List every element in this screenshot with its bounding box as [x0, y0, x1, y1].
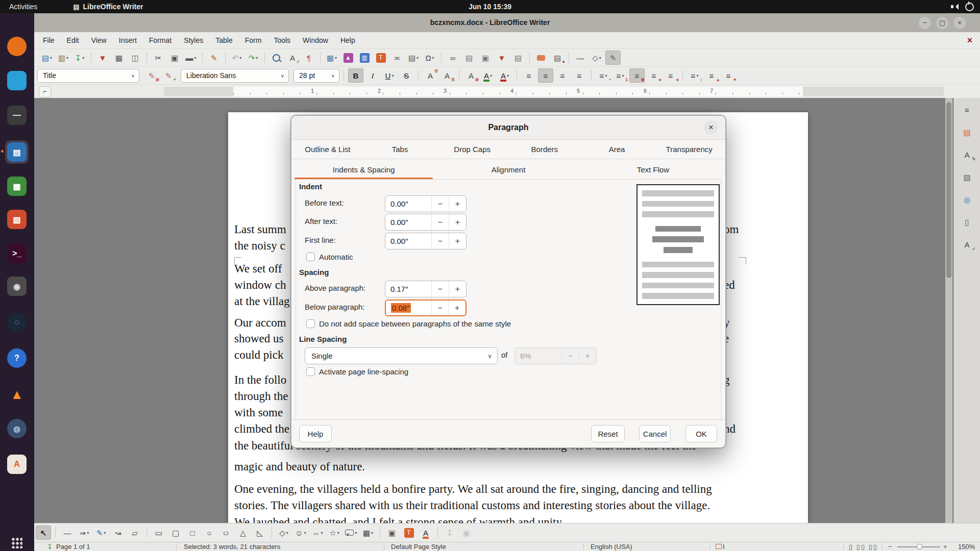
menu-file[interactable]: File — [37, 32, 61, 48]
accessibility-check-icon[interactable]: A✓ — [959, 237, 976, 252]
open-icon[interactable]: ▥▾ — [56, 51, 71, 65]
align-center-icon[interactable]: ≡ — [538, 68, 553, 83]
dock-firefox[interactable] — [5, 35, 29, 58]
reset-button[interactable]: Reset — [591, 425, 625, 442]
align-right-icon[interactable]: ≡ — [555, 68, 570, 83]
italic-icon[interactable]: I — [365, 68, 380, 83]
dialog-close-icon[interactable]: × — [704, 120, 718, 135]
after-text-decrease[interactable]: − — [431, 214, 449, 230]
below-paragraph-decrease[interactable]: − — [431, 300, 449, 315]
dialog-titlebar[interactable]: Paragraph × — [291, 116, 725, 140]
vertical-scrollbar[interactable] — [945, 98, 952, 523]
menu-table[interactable]: Table — [209, 32, 238, 48]
insert-field-icon[interactable]: ▤▾ — [406, 51, 421, 65]
numbered-list-icon[interactable]: ≡1▾ — [612, 68, 628, 83]
scrollbar-thumb[interactable] — [946, 102, 951, 278]
symbol-shapes-icon[interactable]: ☺▾ — [293, 525, 308, 540]
styles-icon[interactable]: A✎ — [959, 147, 976, 162]
increase-indent-icon[interactable]: ≡▸ — [646, 68, 662, 83]
new-document-icon-dropdown[interactable]: ▾ — [50, 56, 52, 60]
clone-formatting-icon[interactable]: ✎ — [206, 51, 222, 65]
no-space-same-style-checkbox[interactable] — [306, 319, 315, 328]
menu-edit[interactable]: Edit — [61, 32, 85, 48]
callouts-icon-dropdown[interactable]: ▾ — [355, 531, 357, 535]
dock-help[interactable]: ? — [5, 346, 29, 370]
redo-icon[interactable]: ↷▾ — [246, 51, 261, 65]
font-color-icon-dropdown[interactable]: ▾ — [490, 73, 492, 78]
tab-drop-caps[interactable]: Drop Caps — [436, 139, 508, 159]
track-changes-icon[interactable]: ▤● — [550, 51, 565, 65]
flowchart-icon-dropdown[interactable]: ▾ — [371, 531, 373, 535]
insert-textbox-icon[interactable]: T — [401, 525, 416, 540]
close-button[interactable]: × — [953, 17, 966, 29]
dock-show-apps[interactable] — [5, 531, 29, 551]
insert-mode-indicator[interactable]: I — [716, 542, 725, 551]
above-paragraph-value[interactable]: 0.17″ — [385, 281, 431, 297]
tab-area[interactable]: Area — [581, 139, 653, 159]
block-arrows-icon-dropdown[interactable]: ▾ — [321, 531, 323, 535]
above-paragraph-increase[interactable]: + — [449, 281, 466, 297]
insert-bookmark-icon[interactable]: ▼ — [494, 51, 509, 65]
paragraph-style-select[interactable]: Title ∨ — [37, 69, 139, 83]
undo-icon-dropdown[interactable]: ▾ — [239, 56, 241, 60]
font-name-select[interactable]: Liberation Sans ∨ — [181, 69, 289, 83]
below-paragraph-increase[interactable]: + — [448, 300, 465, 315]
menu-tools[interactable]: Tools — [267, 32, 297, 48]
font-color-icon[interactable]: A▾ — [480, 68, 496, 83]
underline-icon[interactable]: U▾ — [382, 68, 397, 83]
dock-libreoffice-impress[interactable]: ▧ — [5, 208, 29, 231]
first-line-value[interactable]: 0.00″ — [385, 233, 431, 249]
insert-table-icon-dropdown[interactable]: ▾ — [335, 56, 337, 60]
window-titlebar[interactable]: bczxncmx.docx - LibreOffice Writer − ▢ × — [0, 13, 980, 33]
insert-chart-icon[interactable]: ▥ — [357, 51, 372, 65]
text-language[interactable]: English (USA) — [591, 542, 632, 551]
hyperlink-icon[interactable]: ∞ — [445, 51, 460, 65]
menu-form[interactable]: Form — [239, 32, 268, 48]
basic-shapes-icon[interactable]: ◇▾ — [276, 525, 291, 540]
flowchart-icon[interactable]: ▦▾ — [360, 525, 376, 540]
paste-icon[interactable]: ▬▾ — [183, 51, 199, 65]
sidebar-settings-icon[interactable]: ≡ — [959, 102, 976, 117]
zoom-level[interactable]: 150% — [958, 542, 975, 551]
numbered-list-icon-dropdown[interactable]: ▾ — [622, 73, 624, 78]
dock-chromium[interactable]: ◍ — [5, 417, 29, 440]
paste-icon-dropdown[interactable]: ▾ — [194, 56, 196, 60]
redo-icon-dropdown[interactable]: ▾ — [256, 56, 258, 60]
underline-icon-dropdown[interactable]: ▾ — [391, 73, 394, 78]
export-pdf-icon[interactable]: ▼ — [95, 51, 110, 65]
menu-help[interactable]: Help — [334, 32, 361, 48]
rounded-rectangle-icon[interactable]: ▢ — [168, 525, 183, 540]
highlight-color-icon[interactable]: A▾ — [497, 68, 512, 83]
print-preview-icon[interactable]: ◫ — [128, 51, 143, 65]
find-replace-icon[interactable] — [268, 51, 284, 65]
tab-text-flow[interactable]: Text Flow — [581, 159, 725, 180]
line-spacing-select[interactable]: Single ∨ — [305, 347, 498, 364]
activate-page-line-spacing-checkbox[interactable] — [306, 367, 315, 376]
circle-icon[interactable]: ○ — [202, 525, 217, 540]
decrease-paragraph-spacing-icon[interactable]: ≡▾ — [721, 68, 736, 83]
first-line-decrease[interactable]: − — [431, 233, 449, 249]
insert-line-icon[interactable]: — — [60, 525, 75, 540]
insert-frame-icon[interactable]: ▣ — [384, 525, 400, 540]
stars-icon-dropdown[interactable]: ▾ — [337, 531, 339, 535]
curve-icon[interactable]: ✎▾ — [93, 525, 109, 540]
menu-insert[interactable]: Insert — [113, 32, 143, 48]
zoom-in-icon[interactable]: + — [943, 542, 947, 551]
word-count[interactable]: Selected: 3 words, 21 characters — [184, 542, 280, 551]
after-text-increase[interactable]: + — [449, 214, 466, 230]
lines-arrows-icon-dropdown[interactable]: ▾ — [87, 531, 89, 535]
bold-icon[interactable]: B — [348, 68, 363, 83]
line-spacing-icon[interactable]: ≡↕▾ — [687, 68, 702, 83]
page-style[interactable]: Default Page Style — [391, 542, 446, 551]
curve-icon-dropdown[interactable]: ▾ — [104, 531, 106, 535]
dock-libreoffice-writer[interactable]: ▤ — [5, 140, 29, 164]
before-text-increase[interactable]: + — [449, 196, 466, 212]
zoom-out-icon[interactable]: − — [888, 542, 892, 551]
lines-arrows-icon[interactable]: ⇒▾ — [77, 525, 92, 540]
copy-icon[interactable]: ▣ — [167, 51, 182, 65]
automatic-checkbox[interactable] — [306, 253, 315, 261]
first-line-increase[interactable]: + — [449, 233, 466, 249]
insert-cross-reference-icon[interactable]: ▤ — [510, 51, 526, 65]
bullet-list-icon-dropdown[interactable]: ▾ — [605, 73, 607, 78]
page-icon[interactable]: ▯ — [959, 214, 976, 230]
